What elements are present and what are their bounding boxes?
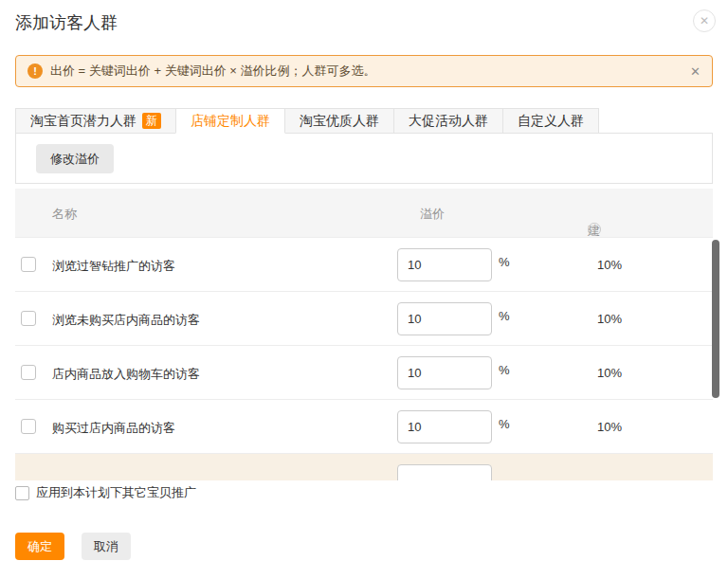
tab-content-panel: 修改溢价 bbox=[15, 134, 713, 184]
percent-label: % bbox=[499, 417, 510, 431]
suggested-premium: 10% bbox=[597, 258, 622, 272]
tab-custom-audience[interactable]: 自定义人群 bbox=[502, 108, 599, 134]
audience-name: 浏览未购买店内商品的访客 bbox=[52, 312, 200, 329]
audience-table-body[interactable]: 浏览过智钻推广的访客 % 10% 浏览未购买店内商品的访客 % 10% 店内商品… bbox=[15, 237, 713, 480]
tab-label: 大促活动人群 bbox=[409, 113, 488, 130]
premium-input[interactable] bbox=[397, 302, 492, 335]
premium-input[interactable] bbox=[397, 464, 492, 480]
row-checkbox[interactable] bbox=[21, 257, 36, 272]
premium-input[interactable] bbox=[397, 248, 492, 281]
modal-title: 添加访客人群 bbox=[15, 11, 118, 34]
table-row: 购买过店内商品的访客 % 10% bbox=[15, 400, 713, 454]
audience-name: 购买过店内商品的访客 bbox=[52, 420, 175, 437]
tab-shop-custom[interactable]: 店铺定制人群 bbox=[175, 108, 285, 134]
percent-label: % bbox=[499, 255, 510, 269]
footer-buttons: 确定 取消 bbox=[15, 533, 131, 560]
percent-label: % bbox=[499, 309, 510, 323]
add-visitor-audience-modal: 添加访客人群 ✕ ! 出价 = 关键词出价 + 关键词出价 × 溢价比例；人群可… bbox=[0, 0, 728, 579]
apply-checkbox[interactable] bbox=[15, 486, 29, 500]
row-checkbox[interactable] bbox=[21, 365, 36, 380]
cancel-button[interactable]: 取消 bbox=[82, 533, 131, 560]
tab-taobao-quality[interactable]: 淘宝优质人群 bbox=[284, 108, 394, 134]
alert-close-icon[interactable]: ✕ bbox=[690, 64, 701, 79]
premium-input[interactable] bbox=[397, 356, 492, 389]
percent-label: % bbox=[499, 363, 510, 377]
tab-label: 淘宝首页潜力人群 bbox=[30, 113, 136, 130]
apply-to-other-promotions: 应用到本计划下其它宝贝推广 bbox=[15, 484, 196, 501]
tab-promotion-event[interactable]: 大促活动人群 bbox=[393, 108, 503, 134]
table-row: 店内商品放入购物车的访客 % 10% bbox=[15, 346, 713, 400]
audience-name: 店内商品放入购物车的访客 bbox=[52, 366, 200, 383]
close-icon: ✕ bbox=[700, 14, 709, 27]
table-row: 浏览未购买店内商品的访客 % 10% bbox=[15, 292, 713, 346]
premium-input[interactable] bbox=[397, 410, 492, 443]
warning-icon: ! bbox=[27, 63, 43, 79]
apply-checkbox-label: 应用到本计划下其它宝贝推广 bbox=[36, 484, 196, 501]
tab-label: 淘宝优质人群 bbox=[300, 113, 379, 130]
tab-label: 店铺定制人群 bbox=[191, 113, 270, 130]
suggested-premium: 10% bbox=[597, 366, 622, 380]
alert-text: 出价 = 关键词出价 + 关键词出价 × 溢价比例；人群可多选。 bbox=[50, 63, 375, 80]
scrollbar-thumb[interactable] bbox=[712, 240, 719, 398]
tab-label: 自定义人群 bbox=[518, 113, 584, 130]
audience-name: 浏览过智钻推广的访客 bbox=[52, 258, 175, 275]
suggested-premium: 10% bbox=[597, 312, 622, 326]
table-header: 名称 溢价 建议溢价 ? bbox=[15, 189, 713, 237]
new-badge: 新 bbox=[142, 113, 161, 129]
confirm-button[interactable]: 确定 bbox=[15, 533, 64, 560]
column-header-premium: 溢价 bbox=[420, 206, 445, 223]
help-icon[interactable]: ? bbox=[588, 223, 601, 236]
table-row: 浏览过智钻推广的访客 % 10% bbox=[15, 238, 713, 292]
suggested-premium: 10% bbox=[597, 420, 622, 434]
tab-taobao-homepage-potential[interactable]: 淘宝首页潜力人群 新 bbox=[15, 108, 176, 134]
modify-premium-button[interactable]: 修改溢价 bbox=[36, 144, 114, 173]
row-checkbox[interactable] bbox=[21, 311, 36, 326]
bid-formula-alert: ! 出价 = 关键词出价 + 关键词出价 × 溢价比例；人群可多选。 ✕ bbox=[15, 55, 713, 87]
row-checkbox[interactable] bbox=[21, 419, 36, 434]
modal-close-button[interactable]: ✕ bbox=[693, 9, 716, 32]
audience-tabs: 淘宝首页潜力人群 新 店铺定制人群 淘宝优质人群 大促活动人群 自定义人群 bbox=[15, 108, 713, 134]
column-header-name: 名称 bbox=[52, 206, 77, 223]
table-row-partial bbox=[15, 454, 713, 480]
